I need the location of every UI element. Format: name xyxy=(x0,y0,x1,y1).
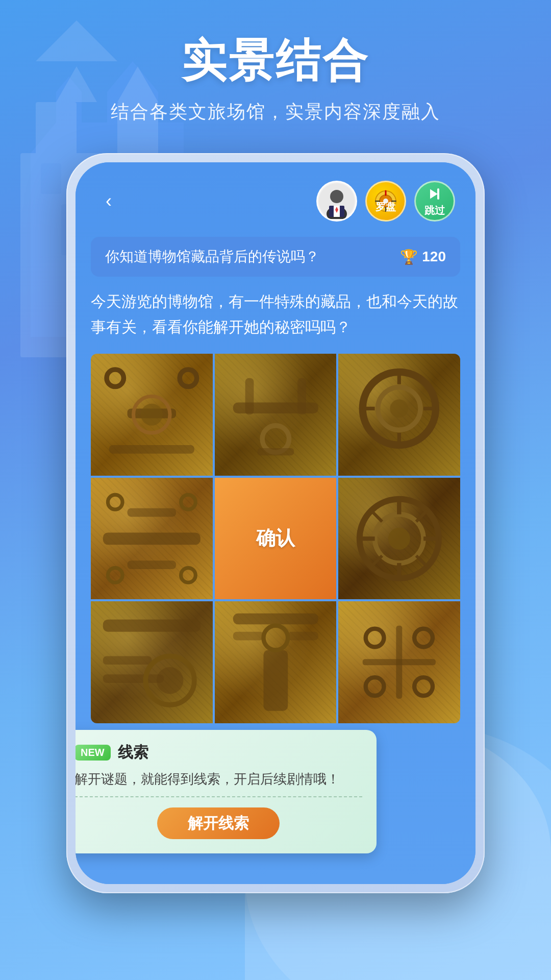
svg-point-47 xyxy=(108,568,122,582)
score-area: 🏆 120 xyxy=(400,249,446,265)
svg-rect-8 xyxy=(41,163,61,194)
vault-mr xyxy=(338,478,460,600)
nav-right: 罗盘 跳过 xyxy=(316,181,455,222)
svg-rect-49 xyxy=(128,508,176,517)
question-text: 你知道博物馆藏品背后的传说吗？ xyxy=(105,247,400,266)
confirm-text[interactable]: 确认 xyxy=(256,525,295,551)
svg-point-17 xyxy=(337,199,342,201)
svg-point-16 xyxy=(332,199,337,201)
svg-rect-34 xyxy=(297,378,306,415)
avatar xyxy=(316,181,357,222)
puzzle-cell-mr[interactable] xyxy=(338,478,460,600)
unlock-button[interactable]: 解开线索 xyxy=(157,807,280,839)
svg-rect-77 xyxy=(396,626,403,699)
main-title: 实景结合 xyxy=(0,31,551,91)
new-badge: NEW xyxy=(76,745,111,761)
score-value: 120 xyxy=(422,249,446,265)
puzzle-cell-bm[interactable] xyxy=(215,601,337,723)
sub-title: 结合各类文旅场馆，实景内容深度融入 xyxy=(0,100,551,125)
puzzle-cell-ml[interactable] xyxy=(91,478,213,600)
phone-wrapper: ‹ xyxy=(66,153,485,893)
svg-point-46 xyxy=(181,495,196,509)
svg-rect-62 xyxy=(103,620,201,632)
svg-point-71 xyxy=(263,626,288,650)
svg-rect-44 xyxy=(103,532,201,545)
svg-point-31 xyxy=(141,404,163,426)
svg-point-11 xyxy=(330,190,343,203)
svg-point-73 xyxy=(414,629,433,647)
svg-rect-63 xyxy=(103,656,152,665)
svg-point-39 xyxy=(390,399,409,418)
puzzle-cell-tm[interactable] xyxy=(215,354,337,476)
clue-title: 线索 xyxy=(118,742,148,763)
confirm-cell[interactable]: 确认 xyxy=(215,478,337,600)
svg-point-48 xyxy=(181,568,196,582)
svg-rect-67 xyxy=(233,614,318,624)
question-card: 你知道博物馆藏品背后的传说吗？ 🏆 120 xyxy=(91,237,460,277)
svg-rect-70 xyxy=(263,650,288,711)
clue-description: 解开谜题，就能得到线索，开启后续剧情哦！ xyxy=(76,770,362,797)
skip-label: 跳过 xyxy=(424,204,445,217)
svg-point-74 xyxy=(366,677,384,696)
vault-tr xyxy=(338,354,460,476)
svg-line-61 xyxy=(371,555,382,566)
puzzle-cell-tl[interactable] xyxy=(91,354,213,476)
vault-br xyxy=(338,601,460,723)
svg-rect-64 xyxy=(103,675,164,683)
puzzle-cell-br[interactable] xyxy=(338,601,460,723)
trophy-icon: 🏆 xyxy=(400,249,418,265)
avatar-svg xyxy=(319,183,355,219)
back-button[interactable]: ‹ xyxy=(96,188,121,214)
clue-header: NEW 线索 xyxy=(76,742,362,763)
svg-rect-69 xyxy=(288,632,318,641)
luopan-button[interactable]: 罗盘 xyxy=(365,181,406,222)
svg-line-59 xyxy=(416,555,427,566)
svg-point-66 xyxy=(157,667,184,694)
phone-outer: ‹ xyxy=(66,153,485,893)
puzzle-cell-bl[interactable] xyxy=(91,601,213,723)
header-section: 实景结合 结合各类文旅场馆，实景内容深度融入 xyxy=(0,31,551,125)
svg-line-60 xyxy=(416,510,427,521)
vault-ml xyxy=(91,478,213,600)
svg-rect-50 xyxy=(128,560,176,569)
svg-point-72 xyxy=(366,629,384,647)
svg-point-27 xyxy=(180,370,196,386)
vault-tl xyxy=(91,354,213,476)
puzzle-cell-tr[interactable] xyxy=(338,354,460,476)
vault-bm xyxy=(215,601,337,723)
skip-arrow-icon xyxy=(426,185,443,203)
vault-tm xyxy=(215,354,337,476)
svg-point-45 xyxy=(108,495,122,509)
nav-bar: ‹ xyxy=(76,162,475,232)
svg-rect-29 xyxy=(109,445,194,454)
svg-point-26 xyxy=(107,370,123,386)
svg-line-58 xyxy=(371,510,382,521)
back-icon: ‹ xyxy=(106,190,112,212)
phone-screen: ‹ xyxy=(76,162,475,884)
description-text: 今天游览的博物馆，有一件特殊的藏品，也和今天的故事有关，看看你能解开她的秘密吗吗… xyxy=(91,289,460,339)
svg-point-53 xyxy=(388,528,410,550)
phone-inner: ‹ xyxy=(76,162,475,884)
luopan-label: 罗盘 xyxy=(375,200,396,214)
svg-rect-36 xyxy=(257,448,294,455)
svg-point-75 xyxy=(414,677,433,696)
skip-button[interactable]: 跳过 xyxy=(414,181,455,222)
svg-rect-68 xyxy=(233,632,263,641)
puzzle-grid: 确认 xyxy=(91,354,460,723)
clue-card: NEW 线索 解开谜题，就能得到线索，开启后续剧情哦！ 解开线索 xyxy=(76,730,377,853)
svg-rect-33 xyxy=(245,378,254,415)
vault-bl xyxy=(91,601,213,723)
